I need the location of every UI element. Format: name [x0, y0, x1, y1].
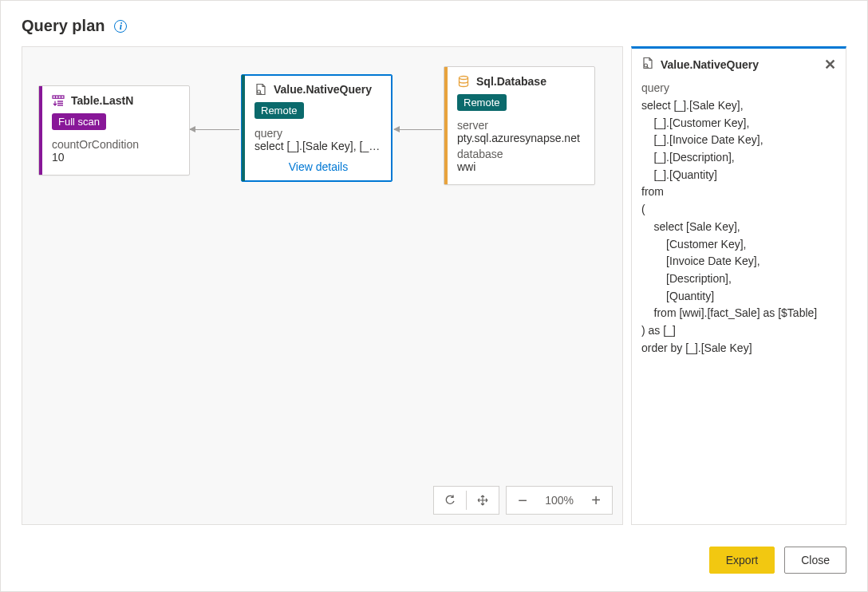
zoom-percent: 100% [539, 494, 580, 507]
workspace: Table.LastN Full scan countOrCondition 1… [22, 46, 846, 525]
node-title-row: Value.NativeQuery [254, 83, 382, 96]
database-label: database [457, 148, 585, 160]
arrow-native-to-lastn [190, 129, 239, 130]
node-title: Table.LastN [71, 94, 133, 107]
lastn-icon [52, 94, 65, 107]
node-title: Sql.Database [476, 75, 546, 88]
zoom-out-button[interactable]: − [507, 486, 539, 515]
svg-point-7 [258, 90, 261, 93]
details-label: query [641, 81, 836, 94]
remote-badge: Remote [254, 102, 304, 119]
close-button[interactable]: Close [784, 547, 846, 574]
node-native-query[interactable]: Value.NativeQuery Remote query select [_… [241, 74, 393, 182]
fullscan-badge: Full scan [52, 113, 106, 130]
script-icon [254, 83, 267, 96]
export-button[interactable]: Export [709, 547, 775, 574]
dialog-title: Query plan [22, 17, 105, 35]
svg-point-9 [460, 77, 468, 80]
svg-point-10 [645, 64, 648, 67]
node-title-row: Sql.Database [457, 75, 585, 88]
query-label: query [254, 127, 382, 140]
view-details-link[interactable]: View details [254, 160, 382, 173]
details-title: Value.NativeQuery [661, 58, 818, 71]
script-icon [641, 57, 654, 72]
query-value: select [_].[Sale Key], [_].... [254, 140, 382, 152]
arrow-sql-to-native [394, 129, 442, 130]
database-icon [457, 75, 470, 88]
database-value: wwi [457, 160, 585, 173]
param-label: countOrCondition [52, 138, 180, 151]
zoom-controls: − 100% + [433, 486, 613, 515]
fit-view-button[interactable] [467, 486, 499, 515]
info-icon[interactable]: i [114, 20, 127, 33]
query-plan-dialog: Query plan i [0, 0, 868, 592]
dialog-header: Query plan i [22, 17, 846, 35]
zoom-in-button[interactable]: + [580, 486, 612, 515]
param-value: 10 [52, 151, 180, 164]
reset-view-button[interactable] [434, 486, 466, 515]
close-details-button[interactable]: ✕ [824, 57, 836, 72]
server-value: pty.sql.azuresynapse.net [457, 132, 585, 144]
details-body: select [_].[Sale Key], [_].[Customer Key… [641, 97, 836, 357]
node-title: Value.NativeQuery [274, 83, 372, 96]
remote-badge: Remote [457, 94, 507, 111]
server-label: server [457, 119, 585, 132]
dialog-footer: Export Close [709, 547, 846, 574]
node-table-lastn[interactable]: Table.LastN Full scan countOrCondition 1… [38, 85, 190, 176]
plan-canvas[interactable]: Table.LastN Full scan countOrCondition 1… [22, 46, 623, 525]
details-pane: Value.NativeQuery ✕ query select [_].[Sa… [631, 46, 846, 525]
node-sql-database[interactable]: Sql.Database Remote server pty.sql.azure… [444, 66, 595, 185]
node-title-row: Table.LastN [52, 94, 180, 107]
